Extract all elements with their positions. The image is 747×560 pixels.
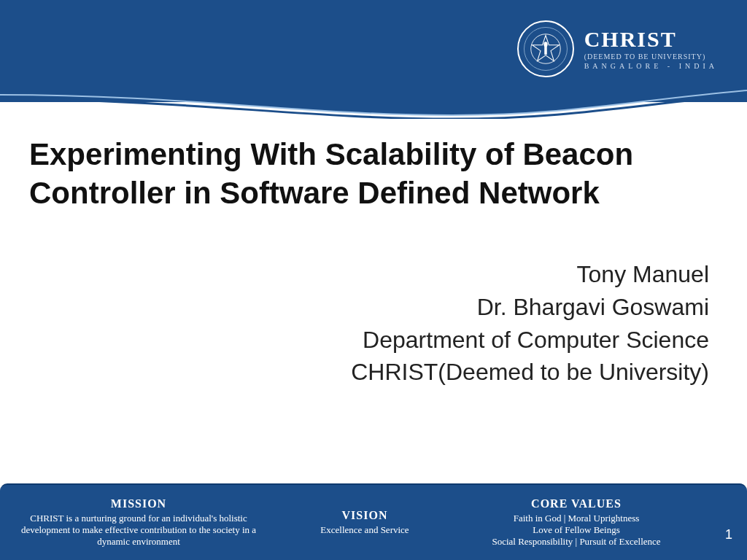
logo-text: CHRIST (DEEMED TO BE UNIVERSITY) BANGALO… <box>584 27 718 71</box>
footer-core-values: CORE VALUES Faith in God | Moral Upright… <box>452 493 700 553</box>
author-line-3: Department of Computer Science <box>351 324 709 357</box>
slide-number: 1 <box>725 527 732 542</box>
svg-point-3 <box>543 42 547 47</box>
university-logo: CHRIST (DEEMED TO BE UNIVERSITY) BANGALO… <box>517 20 718 77</box>
star-emblem-icon <box>530 33 562 65</box>
values-body-3: Social Responsibility | Pursuit of Excel… <box>462 536 690 548</box>
slide-title: Experimenting With Scalability of Beacon… <box>29 136 718 212</box>
footer-mission: MISSION CHRIST is a nurturing ground for… <box>0 493 277 553</box>
values-body-1: Faith in God | Moral Uprightness <box>462 513 690 524</box>
vision-body: Excellence and Service <box>287 524 442 536</box>
footer-band: MISSION CHRIST is a nurturing ground for… <box>0 483 747 560</box>
logo-seal-icon <box>517 20 574 77</box>
svg-rect-2 <box>544 46 547 55</box>
author-line-2: Dr. Bhargavi Goswami <box>351 291 709 324</box>
author-line-4: CHRIST(Deemed to be University) <box>351 356 709 389</box>
values-body-2: Love of Fellow Beings <box>462 524 690 536</box>
mission-heading: MISSION <box>10 497 267 510</box>
logo-subtitle-1: (DEEMED TO BE UNIVERSITY) <box>584 52 718 61</box>
vision-heading: VISION <box>287 509 442 522</box>
footer-vision: VISION Excellence and Service <box>277 505 452 540</box>
author-block: Tony Manuel Dr. Bhargavi Goswami Departm… <box>351 258 709 389</box>
slide: CHRIST (DEEMED TO BE UNIVERSITY) BANGALO… <box>0 0 747 560</box>
logo-subtitle-2: BANGALORE - INDIA <box>584 62 718 71</box>
header-wave-divider <box>0 86 747 119</box>
author-line-1: Tony Manuel <box>351 258 709 291</box>
logo-main-text: CHRIST <box>584 27 718 52</box>
mission-body: CHRIST is a nurturing ground for an indi… <box>10 513 267 548</box>
values-heading: CORE VALUES <box>462 497 690 510</box>
